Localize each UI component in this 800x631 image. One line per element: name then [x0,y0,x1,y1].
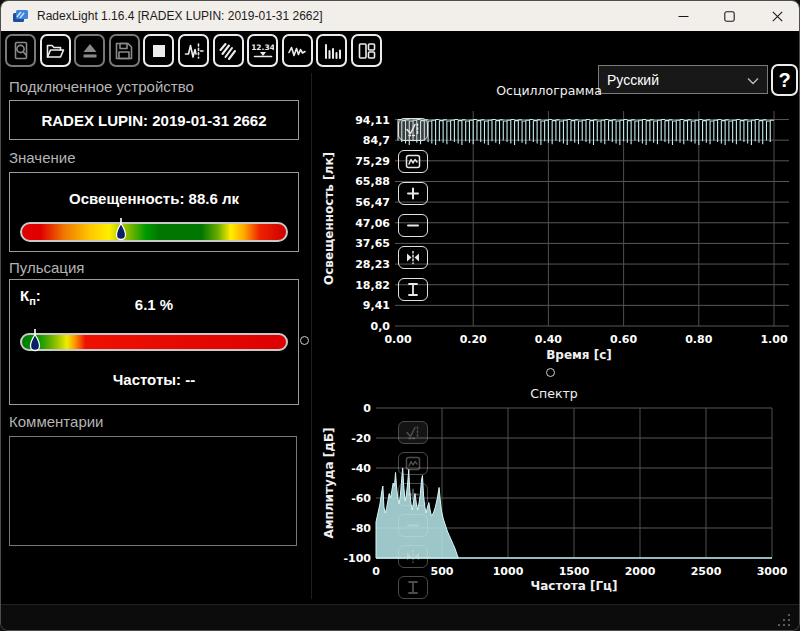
layout-view-button[interactable] [351,34,382,67]
zoom-in-button[interactable] [398,483,428,506]
device-name: RADEX LUPIN: 2019-01-31 2662 [41,112,266,129]
save-file-button[interactable] [109,34,140,67]
vertical-splitter[interactable] [311,73,312,599]
zoom-in-button[interactable] [398,182,428,205]
report-preview-button[interactable] [5,34,36,67]
svg-text:65,88: 65,88 [355,175,390,188]
pulsation-gradient-bar [20,333,288,351]
svg-text:0.60: 0.60 [610,333,637,346]
svg-text:0.00: 0.00 [384,333,411,346]
eject-icon [80,41,100,61]
oscillogram-icon [287,41,307,61]
svg-text:-60: -60 [351,492,371,505]
svg-text:84,7: 84,7 [363,134,390,147]
oscillogram-view-button[interactable] [282,34,313,67]
ibeam-vertical-icon [404,281,422,298]
svg-text:1000: 1000 [493,565,524,578]
svg-text:18,82: 18,82 [355,279,390,292]
svg-text:3000: 3000 [757,565,788,578]
svg-text:2000: 2000 [625,565,656,578]
svg-text:-40: -40 [351,462,371,475]
toolbar: 12.34 [1,31,799,71]
vertical-splitter-handle[interactable] [300,336,309,345]
fit-all-icon [404,153,422,170]
svg-text:94,11: 94,11 [355,114,390,127]
fit-horizontal-button[interactable] [398,545,428,568]
comments-section-label: Комментарии [9,413,103,430]
spectrum-view-button[interactable] [316,34,347,67]
app-window: RadexLight 1.16.4 [RADEX LUPIN: 2019-01-… [0,0,800,631]
svg-text:75,29: 75,29 [355,155,390,168]
window-title: RadexLight 1.16.4 [RADEX LUPIN: 2019-01-… [37,9,323,23]
svg-text:0.40: 0.40 [535,333,562,346]
light-rays-icon [218,41,238,61]
numeric-display-button[interactable]: 12.34 [247,34,278,67]
collapse-horizontal-icon [404,548,422,565]
eject-device-button[interactable] [74,34,105,67]
app-icon [12,9,29,24]
spectrum-xlabel: Частота [Гц] [531,579,618,593]
numeric-display-icon: 12.34 [252,41,274,61]
spectrum-ylabel: Амплитуда [дБ] [322,427,336,538]
report-preview-icon [11,41,31,61]
plus-icon [404,486,422,503]
fit-all-icon [404,455,422,472]
pulse-marker-icon [184,41,204,61]
svg-text:56,47: 56,47 [355,196,390,209]
status-bar [1,604,799,631]
fit-vertical-button[interactable] [398,576,428,599]
svg-text:-20: -20 [351,432,371,445]
spectrum-bars-icon [322,41,342,61]
spectrum-chart[interactable]: 0-20-40-60-80-10005001000150020002500300… [319,381,799,599]
svg-text:9,41: 9,41 [363,299,390,312]
layout-panels-icon [357,41,377,61]
oscillogram-chart[interactable]: 94,1184,775,2965,8856,4747,0637,6528,231… [319,77,799,377]
frequencies-value: Частоты: -- [10,371,298,388]
open-file-button[interactable] [40,34,71,67]
minus-icon [404,517,422,534]
illuminance-gradient-bar [20,222,288,242]
svg-text:0: 0 [363,402,371,415]
svg-text:47,06: 47,06 [355,217,390,230]
fit-vertical-button[interactable] [398,278,428,301]
pulsation-section-label: Пульсация [9,259,84,276]
fit-all-button[interactable] [398,150,428,173]
check-markers-icon [404,121,422,138]
svg-text:0: 0 [372,565,380,578]
svg-text:2500: 2500 [691,565,722,578]
minimize-button[interactable] [660,1,706,31]
collapse-horizontal-icon [404,249,422,266]
svg-text:0,0: 0,0 [371,320,391,333]
oscillogram-ylabel: Освещенность [лк] [322,152,336,285]
minus-icon [404,217,422,234]
maximize-button[interactable] [706,1,752,31]
svg-text:0.80: 0.80 [685,333,712,346]
illuminance-marker-icon [115,218,127,245]
oscillogram-title: Осциллограмма [496,83,602,98]
oscillogram-toolbuttons [398,118,428,301]
ibeam-vertical-icon [404,579,422,596]
title-bar: RadexLight 1.16.4 [RADEX LUPIN: 2019-01-… [1,1,799,31]
pulse-marker-button[interactable] [178,34,209,67]
svg-text:-80: -80 [351,522,371,535]
fit-horizontal-button[interactable] [398,246,428,269]
comments-input[interactable] [9,436,297,546]
device-name-box: RADEX LUPIN: 2019-01-31 2662 [9,100,299,140]
spectrum-toolbuttons [398,421,428,599]
fit-all-button[interactable] [398,452,428,475]
illuminance-reading: Освещенность: 88.6 лк [10,190,298,207]
toggle-markers-button[interactable] [398,118,428,141]
plus-icon [404,185,422,202]
resize-grip-icon[interactable] [774,611,790,626]
close-button[interactable] [754,1,800,31]
svg-text:1500: 1500 [559,565,590,578]
light-source-button[interactable] [213,34,244,67]
stop-measurement-button[interactable] [143,34,174,67]
toggle-markers-button[interactable] [398,421,428,444]
value-box: Освещенность: 88.6 лк [9,172,299,252]
svg-text:500: 500 [431,565,454,578]
zoom-out-button[interactable] [398,214,428,237]
svg-text:1.00: 1.00 [760,333,787,346]
zoom-out-button[interactable] [398,514,428,537]
check-markers-icon [404,424,422,441]
